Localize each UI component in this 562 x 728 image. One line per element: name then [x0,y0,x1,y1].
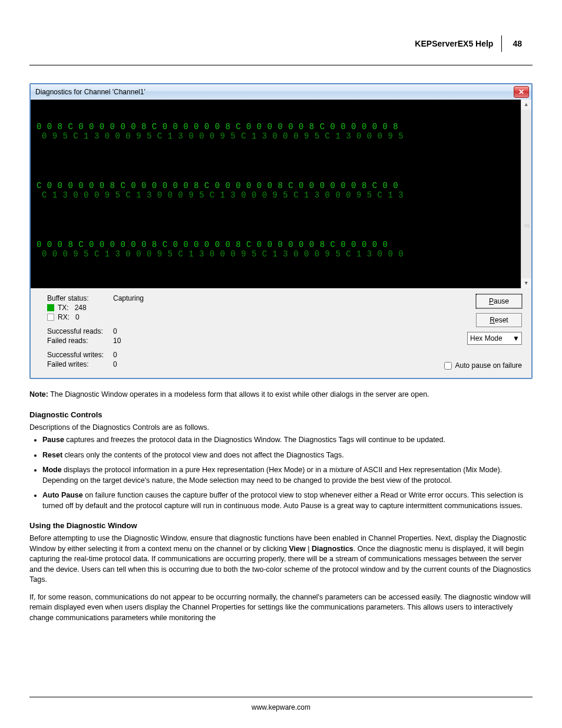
console-line: 0 0 0 9 5 C 1 3 0 0 0 9 5 C 1 3 0 0 0 9 … [37,249,525,259]
tx-value: 248 [75,304,87,312]
list-item: Auto Pause on failure function causes th… [42,490,533,511]
footer-rule [29,697,533,697]
status-area: Buffer status:Capturing TX:248 RX:0 Succ… [31,288,531,378]
tx-label: TX: [58,304,69,312]
using-paragraph-2: If, for some reason, communications do n… [29,592,533,624]
doc-title: KEPServerEX5 Help [406,35,501,52]
reset-button[interactable]: Reset [476,313,522,327]
buffer-status-value: Capturing [113,294,144,302]
fwrites-label: Failed writes: [47,360,107,368]
list-item: Pause captures and freezes the protocol … [42,435,533,446]
scrollbar[interactable]: ▲ ▼ [521,100,531,288]
close-icon: ✕ [518,88,524,96]
auto-pause-checkbox[interactable]: Auto pause on failure [444,361,522,370]
freads-label: Failed reads: [47,337,107,345]
diagnostics-dialog: Diagnostics for Channel 'Channel1' ✕ 0 0… [29,83,533,379]
page-header: KEPServerEX5 Help 48 [29,35,533,52]
note-label: Note: [29,390,48,398]
page-footer: www.kepware.com [0,697,562,711]
using-paragraph-1: Before attempting to use the Diagnostic … [29,533,533,585]
console-line: C 1 3 0 0 0 9 5 C 1 3 0 0 0 9 5 C 1 3 0 … [37,190,525,200]
auto-pause-input[interactable] [444,362,452,370]
chevron-down-icon: ▼ [512,334,520,342]
controls-intro: Descriptions of the Diagnostics Controls… [29,423,533,433]
page-number: 48 [501,35,533,52]
list-item: Mode displays the protocol information i… [42,465,533,486]
tx-color-swatch [47,304,54,311]
console-line: 0 0 8 C 0 0 0 0 0 0 8 C 0 0 0 0 0 0 8 C … [37,122,525,131]
using-heading: Using the Diagnostic Window [29,521,533,531]
swrites-label: Successful writes: [47,351,107,359]
note-body: The Diagnostic Window operates in a mode… [48,390,429,398]
dialog-titlebar[interactable]: Diagnostics for Channel 'Channel1' ✕ [31,84,531,100]
console-line: C 0 0 0 0 0 0 8 C 0 0 0 0 0 0 8 C 0 0 0 … [37,181,525,190]
scroll-down-icon[interactable]: ▼ [521,278,531,288]
close-button[interactable]: ✕ [514,86,529,98]
pause-button[interactable]: Pause [476,294,522,308]
mode-dropdown[interactable]: Hex Mode▼ [467,332,522,345]
auto-pause-label: Auto pause on failure [455,361,522,370]
console-line: 0 9 5 C 1 3 0 0 0 9 5 C 1 3 0 0 0 9 5 C … [37,131,525,141]
protocol-console: 0 0 8 C 0 0 0 0 0 0 8 C 0 0 0 0 0 0 8 C … [31,100,531,288]
footer-url: www.kepware.com [252,703,310,711]
buffer-status-label: Buffer status: [47,294,107,302]
scroll-track[interactable] [521,110,531,278]
sreads-label: Successful reads: [47,327,107,335]
sreads-value: 0 [113,327,117,335]
console-line: 0 0 0 8 C 0 0 0 0 0 0 8 C 0 0 0 0 0 0 8 … [37,240,525,249]
rx-value: 0 [75,313,80,321]
body-text: Note: The Diagnostic Window operates in … [29,390,533,623]
controls-heading: Diagnostic Controls [29,410,533,420]
rx-label: RX: [58,313,70,321]
controls-list: Pause captures and freezes the protocol … [42,435,533,511]
mode-value: Hex Mode [470,334,503,342]
header-rule [29,65,533,65]
scroll-up-icon[interactable]: ▲ [521,100,531,110]
rx-color-swatch [47,314,54,321]
freads-value: 10 [113,337,121,345]
dialog-title: Diagnostics for Channel 'Channel1' [35,88,146,96]
fwrites-value: 0 [113,360,117,368]
list-item: Reset clears only the contents of the pr… [42,450,533,461]
swrites-value: 0 [113,351,117,359]
